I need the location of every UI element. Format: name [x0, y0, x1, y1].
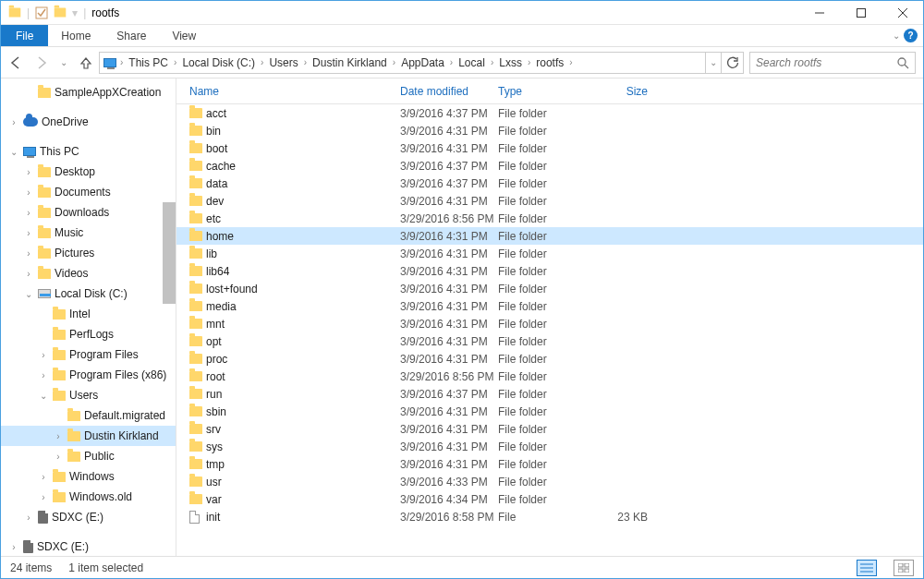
tree-item[interactable]: ›Dustin Kirkland	[1, 426, 176, 446]
help-icon[interactable]: ?	[904, 29, 918, 42]
maximize-button[interactable]	[840, 1, 881, 25]
file-row[interactable]: run3/9/2016 4:37 PMFile folder	[176, 385, 923, 403]
expand-icon[interactable]: ›	[23, 167, 34, 177]
expand-icon[interactable]: ›	[53, 431, 64, 441]
file-row[interactable]: etc3/29/2016 8:56 PMFile folder	[176, 210, 923, 227]
tree-item[interactable]: ›Videos	[1, 263, 176, 283]
ribbon-expand-icon[interactable]: ⌄	[893, 30, 900, 41]
tree-item[interactable]: ›Program Files (x86)	[1, 365, 176, 385]
file-row[interactable]: var3/9/2016 4:34 PMFile folder	[176, 490, 923, 508]
file-row[interactable]: boot3/9/2016 4:31 PMFile folder	[176, 139, 923, 157]
file-row[interactable]: acct3/9/2016 4:37 PMFile folder	[176, 104, 923, 122]
expand-icon[interactable]: ›	[38, 370, 49, 380]
file-row[interactable]: lib643/9/2016 4:31 PMFile folder	[176, 262, 923, 280]
breadcrumb-segment[interactable]: rootfs	[534, 56, 565, 69]
view-details-button[interactable]	[857, 560, 877, 576]
properties-icon[interactable]	[35, 6, 48, 19]
file-list[interactable]: acct3/9/2016 4:37 PMFile folderbin3/9/20…	[176, 104, 923, 556]
tree-item[interactable]: ›Music	[1, 223, 176, 243]
column-headers[interactable]: Name Date modified Type Size	[176, 78, 923, 104]
chevron-right-icon[interactable]: ›	[302, 57, 309, 67]
expand-icon[interactable]: ›	[53, 452, 64, 462]
expand-icon[interactable]: ›	[8, 117, 19, 127]
view-large-icons-button[interactable]	[894, 560, 914, 576]
tree-item[interactable]: PerfLogs	[1, 324, 176, 344]
expand-icon[interactable]: ›	[23, 248, 34, 259]
chevron-right-icon[interactable]: ›	[489, 57, 495, 67]
col-type[interactable]: Type	[498, 85, 592, 98]
expand-icon[interactable]: ⌄	[8, 147, 19, 157]
breadcrumb-dropdown-icon[interactable]: ⌄	[710, 57, 717, 67]
tree-item[interactable]: ›SDXC (E:)	[1, 537, 176, 556]
tree-item[interactable]: ›Windows.old	[1, 487, 176, 507]
ribbon-file-tab[interactable]: File	[1, 25, 48, 46]
file-row[interactable]: usr3/9/2016 4:33 PMFile folder	[176, 473, 923, 490]
chevron-right-icon[interactable]: ›	[448, 57, 455, 67]
search-input[interactable]	[756, 56, 896, 69]
breadcrumb-segment[interactable]: Local	[456, 56, 487, 69]
expand-icon[interactable]: ›	[23, 187, 34, 198]
nav-up-button[interactable]	[79, 55, 93, 70]
refresh-button[interactable]	[722, 52, 744, 74]
file-row[interactable]: srv3/9/2016 4:31 PMFile folder	[176, 420, 923, 438]
chevron-right-icon[interactable]: ›	[259, 57, 265, 67]
breadcrumb-segment[interactable]: Users	[267, 56, 299, 69]
tree-item[interactable]: ⌄Users	[1, 385, 176, 405]
file-row[interactable]: lost+found3/9/2016 4:31 PMFile folder	[176, 280, 923, 297]
tree-item[interactable]: Intel	[1, 304, 176, 324]
tree-item[interactable]: Default.migrated	[1, 405, 176, 426]
tree-item[interactable]: ⌄This PC	[1, 141, 176, 162]
tree-item[interactable]: ›SDXC (E:)	[1, 507, 176, 527]
expand-icon[interactable]: ›	[38, 350, 49, 360]
nav-tree[interactable]: SampleAppXCreation›OneDrive⌄This PC›Desk…	[1, 78, 176, 556]
ribbon-share-tab[interactable]: Share	[103, 25, 159, 46]
breadcrumb-segment[interactable]: Lxss	[497, 56, 524, 69]
search-box[interactable]	[749, 52, 916, 74]
file-row[interactable]: lib3/9/2016 4:31 PMFile folder	[176, 245, 923, 262]
breadcrumb[interactable]: › This PC›Local Disk (C:)›Users›Dustin K…	[99, 52, 706, 74]
breadcrumb-segment[interactable]: Local Disk (C:)	[180, 56, 257, 69]
breadcrumb-segment[interactable]: Dustin Kirkland	[310, 56, 389, 69]
search-icon[interactable]	[896, 56, 909, 69]
col-date[interactable]: Date modified	[400, 85, 498, 98]
tree-scrollbar-thumb[interactable]	[163, 202, 176, 304]
expand-icon[interactable]: ›	[23, 513, 34, 523]
file-row[interactable]: data3/9/2016 4:37 PMFile folder	[176, 175, 923, 192]
file-row[interactable]: dev3/9/2016 4:31 PMFile folder	[176, 192, 923, 210]
chevron-right-icon[interactable]: ›	[567, 57, 574, 67]
breadcrumb-segment[interactable]: AppData	[399, 56, 446, 69]
tree-item[interactable]: ›Public	[1, 446, 176, 466]
expand-icon[interactable]: ›	[23, 269, 34, 279]
close-button[interactable]	[881, 1, 923, 25]
chevron-right-icon[interactable]: ›	[118, 57, 125, 67]
tree-item[interactable]: ›Desktop	[1, 162, 176, 182]
col-size[interactable]: Size	[592, 85, 657, 98]
file-row[interactable]: sys3/9/2016 4:31 PMFile folder	[176, 438, 923, 455]
tree-item[interactable]: ›Program Files	[1, 344, 176, 365]
ribbon-view-tab[interactable]: View	[159, 25, 209, 46]
file-row[interactable]: opt3/9/2016 4:31 PMFile folder	[176, 332, 923, 350]
expand-icon[interactable]: ›	[23, 228, 34, 238]
ribbon-home-tab[interactable]: Home	[48, 25, 103, 46]
file-row[interactable]: home3/9/2016 4:31 PMFile folder	[176, 227, 923, 245]
tree-item[interactable]: ›Documents	[1, 182, 176, 202]
expand-icon[interactable]: ›	[38, 472, 49, 482]
expand-icon[interactable]: ⌄	[38, 391, 49, 401]
tree-item[interactable]: ›Pictures	[1, 243, 176, 263]
file-row[interactable]: proc3/9/2016 4:31 PMFile folder	[176, 350, 923, 368]
tree-item[interactable]: ›OneDrive	[1, 112, 176, 132]
nav-back-button[interactable]	[8, 55, 23, 70]
file-row[interactable]: init3/29/2016 8:58 PMFile23 KB	[176, 508, 923, 525]
file-row[interactable]: bin3/9/2016 4:31 PMFile folder	[176, 122, 923, 139]
chevron-right-icon[interactable]: ›	[526, 57, 532, 67]
file-row[interactable]: root3/29/2016 8:56 PMFile folder	[176, 368, 923, 385]
new-folder-icon[interactable]	[55, 8, 67, 18]
file-row[interactable]: mnt3/9/2016 4:31 PMFile folder	[176, 315, 923, 332]
tree-item[interactable]: ›Downloads	[1, 202, 176, 223]
tree-item[interactable]: ›Windows	[1, 466, 176, 487]
expand-icon[interactable]: ›	[8, 542, 19, 552]
expand-icon[interactable]: ›	[23, 208, 34, 218]
file-row[interactable]: cache3/9/2016 4:37 PMFile folder	[176, 157, 923, 175]
chevron-right-icon[interactable]: ›	[172, 57, 178, 67]
file-row[interactable]: sbin3/9/2016 4:31 PMFile folder	[176, 403, 923, 420]
